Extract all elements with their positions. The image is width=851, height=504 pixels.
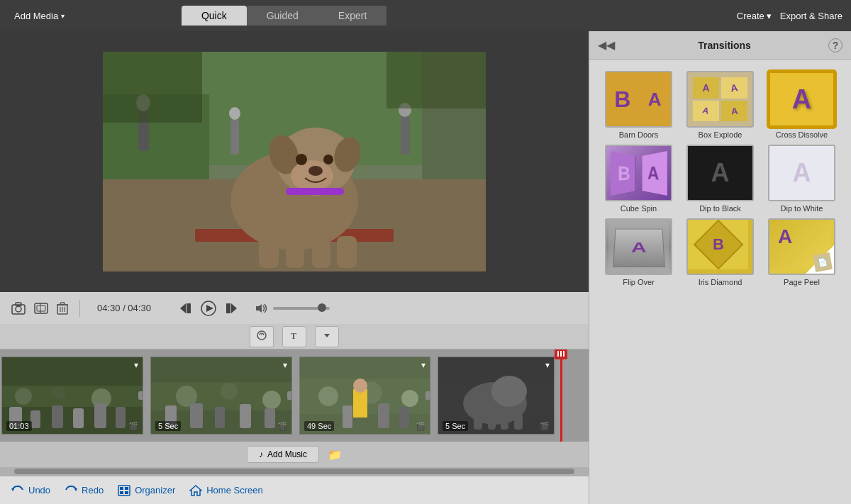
fast-forward-button[interactable] [225,302,238,315]
svg-rect-14 [286,188,344,195]
top-toolbar: Add Media ▾ Quick Guided Expert Create ▾… [0,0,851,31]
dropdown-tool-button[interactable] [315,326,339,347]
svg-rect-57 [52,405,63,428]
mode-tabs: Quick Guided Expert [182,6,386,26]
barn-doors-thumb: B A [605,71,672,128]
svg-rect-58 [73,408,84,428]
dip-white-thumb: A [768,145,835,201]
tab-guided[interactable]: Guided [247,6,318,26]
tab-quick[interactable]: Quick [182,6,247,26]
delete-button[interactable] [57,302,68,315]
clip-4-icon: 🎬 [540,422,550,431]
panel-collapse-button[interactable]: ◀◀ [598,38,615,52]
svg-marker-49 [324,334,330,337]
svg-rect-26 [386,52,486,108]
svg-rect-59 [94,403,106,428]
add-media-arrow-icon: ▾ [61,12,65,20]
panel-title: Transitions [621,40,828,51]
clip-connector-1 [138,391,143,400]
svg-rect-86 [488,415,496,430]
cross-dissolve-label: Cross Dissolve [776,130,828,139]
trim-button[interactable] [34,302,48,315]
timeline-clip-4[interactable]: ▾ 5 Sec 🎬 [438,357,555,435]
svg-rect-67 [190,403,203,428]
add-music-button[interactable]: ♪ Add Music [247,446,319,463]
video-preview[interactable] [0,31,589,292]
undo-icon [11,485,24,496]
transition-dip-white[interactable]: A Dip to White [764,145,840,213]
page-peel-label: Page Peel [784,278,820,286]
undo-button[interactable]: Undo [11,485,50,496]
svg-rect-70 [265,408,275,428]
svg-rect-44 [226,303,230,313]
svg-marker-42 [206,305,213,312]
clip-2-label: 5 Sec [155,421,181,431]
smart-trim-button[interactable] [250,326,274,347]
video-canvas [103,52,486,271]
svg-rect-60 [116,407,126,428]
svg-rect-79 [378,403,389,428]
transition-box-explode[interactable]: A A A A Box Explode [682,71,758,139]
clip-connector-3 [425,391,430,400]
transition-dip-black[interactable]: A Dip to Black [682,145,758,213]
panel-help-button[interactable]: ? [828,38,842,52]
iris-diamond-thumb: B [686,218,754,275]
timeline-scrollbar[interactable] [0,467,589,476]
transition-cross-dissolve[interactable]: A Cross Dissolve [764,71,840,139]
play-button[interactable] [201,301,216,316]
transition-flip-over[interactable]: A Flip Over [601,218,677,286]
timeline-clip-3[interactable]: ▾ 49 Sec 🎬 [299,357,430,435]
timeline-clips: ▾ 01:03 🎬 [0,349,589,442]
svg-point-77 [353,379,367,393]
barn-doors-label: Barn Doors [619,130,659,139]
create-button[interactable]: Create ▾ [737,11,772,21]
bottom-bar: Undo Redo Organizer Home Screen [0,476,589,504]
clip-2-icon: 🎬 [277,422,287,431]
svg-rect-16 [286,240,304,268]
transitions-panel: ◀◀ Transitions ? B A Barn Doors [589,31,851,504]
organizer-label: Organizer [135,485,175,495]
svg-point-53 [52,386,66,400]
svg-rect-95 [120,491,123,494]
timeline-clip-1[interactable]: ▾ 01:03 🎬 [1,357,143,435]
add-media-button[interactable]: Add Media ▾ [9,8,70,24]
svg-rect-76 [353,389,367,418]
redo-button[interactable]: Redo [65,485,104,496]
create-arrow-icon: ▾ [767,11,772,21]
clip-2-arrow: ▾ [283,360,287,370]
volume-slider[interactable] [273,307,330,310]
transition-barn-doors[interactable]: B A Barn Doors [601,71,677,139]
tab-expert[interactable]: Expert [318,6,386,26]
box-explode-label: Box Explode [699,130,742,139]
transition-cube-spin[interactable]: B A Cube Spin [601,145,677,213]
svg-rect-29 [16,303,21,306]
transition-page-peel[interactable]: A 📄 Page Peel [764,218,840,286]
scrollbar-thumb[interactable] [14,469,574,474]
svg-point-84 [491,376,527,407]
svg-rect-21 [401,116,410,155]
top-right-actions: Create ▾ Export & Share [737,11,842,21]
svg-rect-23 [230,119,239,155]
undo-label: Undo [28,485,50,495]
music-note-icon: ♪ [259,449,263,459]
playhead[interactable] [560,349,562,442]
svg-marker-39 [180,303,186,313]
export-share-button[interactable]: Export & Share [780,11,842,21]
svg-rect-31 [37,306,45,311]
home-icon [189,485,202,496]
home-screen-button[interactable]: Home Screen [189,485,262,496]
svg-rect-17 [312,240,330,268]
svg-rect-15 [259,236,279,268]
svg-rect-25 [103,52,202,123]
cube-spin-label: Cube Spin [621,204,657,213]
organizer-button[interactable]: Organizer [118,485,175,496]
rewind-button[interactable] [179,302,192,315]
time-display: 04:30 / 04:30 [97,303,151,313]
panel-header: ◀◀ Transitions ? [589,31,851,60]
svg-rect-96 [125,491,128,494]
snapshot-button[interactable] [11,302,26,315]
folder-button[interactable]: 📁 [328,448,342,461]
timeline-clip-2[interactable]: ▾ 5 Sec 🎬 [150,357,292,435]
transition-iris-diamond[interactable]: B Iris Diamond [682,218,758,286]
text-tool-button[interactable]: T [282,326,306,347]
